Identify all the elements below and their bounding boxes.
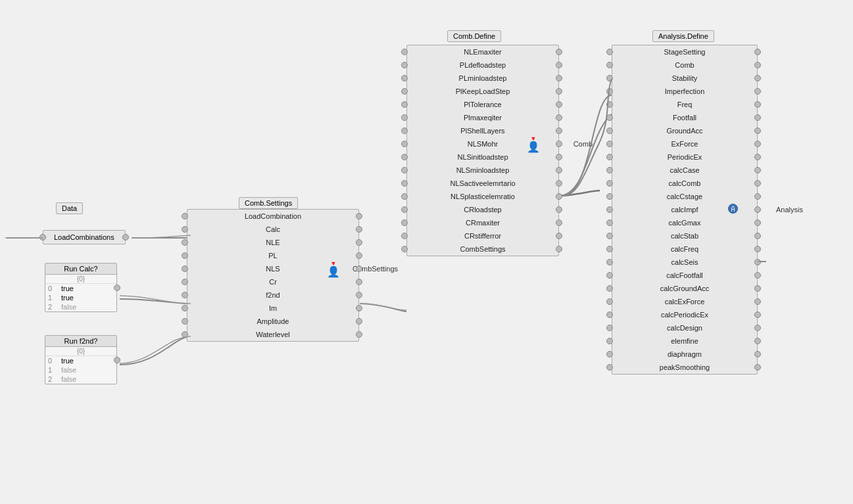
port-cs-waterlevel-right[interactable] [356, 331, 362, 338]
port-ad-calcfreq-r[interactable] [754, 246, 761, 252]
port-ad-calcseis-r[interactable] [754, 259, 761, 265]
port-cs-pl-right[interactable] [356, 252, 362, 259]
port-runcalc-right[interactable] [114, 285, 120, 291]
ad-row-calcstab: calcStab [612, 229, 757, 242]
run-calc-header: Run Calc? [45, 263, 116, 275]
cd-row-pldefloadstep: PLdefloadstep [407, 58, 558, 72]
ad-row-calcperiodicex: calcPeriodicEx [612, 308, 757, 321]
port-ad-elemfine-r[interactable] [754, 338, 761, 344]
ad-row-stability: Stability [612, 72, 757, 85]
cd-row-nlsminloadstep: NLSminloadstep [407, 164, 558, 177]
port-loadcomb-left[interactable] [39, 234, 46, 241]
port-cs-loadcomb-right[interactable] [356, 213, 362, 219]
ad-row-footfall: Footfall [612, 111, 757, 124]
port-runf2nd-right[interactable] [114, 357, 120, 363]
comb-settings-node: LoadCombination Calc NLE PL NLS ▼ 👤 Comb… [187, 209, 359, 342]
cd-row-crstifferror: CRstifferror [407, 229, 558, 242]
port-loadcomb-right[interactable] [122, 234, 129, 241]
port-ad-comb-r[interactable] [754, 62, 761, 68]
cd-row-crloadstep: CRloadstep [407, 203, 558, 216]
port-cd-nlsplastic-r[interactable] [556, 193, 562, 200]
port-cd-plkeep-r[interactable] [556, 88, 562, 95]
port-ad-peaksmoothing-r[interactable] [754, 364, 761, 371]
calcimpf-icon: 🅐 [728, 204, 739, 215]
ad-row-calccase: calcCase [612, 164, 757, 177]
port-ad-calcdesign-r[interactable] [754, 325, 761, 331]
cs-row-amplitude: Amplitude [187, 315, 358, 328]
analysis-define-title: Analysis.Define [652, 30, 714, 42]
port-ad-calcgmax-r[interactable] [754, 219, 761, 226]
port-ad-freq-r[interactable] [754, 101, 761, 108]
ad-row-diaphragm: diaphragm [612, 348, 757, 361]
port-ad-stability-r[interactable] [754, 75, 761, 81]
port-cs-cr-right[interactable] [356, 279, 362, 285]
port-cd-nlsmohr-r[interactable] [556, 141, 562, 147]
cs-row-nle: NLE [187, 236, 358, 249]
port-ad-calccase-r[interactable] [754, 167, 761, 173]
ad-row-calcimpf: calcImpf 🅐 Analysis [612, 203, 757, 216]
port-ad-groundacc-r[interactable] [754, 127, 761, 134]
run-calc-row-1: 1true [45, 293, 116, 302]
port-cd-pldefloadstep-r[interactable] [556, 62, 562, 68]
port-cd-plshelllayers-r[interactable] [556, 127, 562, 134]
port-ad-calcfootfall-r[interactable] [754, 272, 761, 279]
cd-row-nlmaxiter: NLEmaxiter [407, 45, 558, 58]
port-ad-calccomb-r[interactable] [754, 180, 761, 187]
port-ad-calcgroundacc-r[interactable] [754, 285, 761, 292]
port-ad-diaphragm-r[interactable] [754, 351, 761, 357]
cd-row-crmaxiter: CRmaxiter [407, 216, 558, 229]
port-cd-plmaxeqiter-r[interactable] [556, 114, 562, 121]
ad-row-calcdesign: calcDesign [612, 321, 757, 334]
cd-row-nlsinitloadstep: NLSinitloadstep [407, 150, 558, 164]
run-f2nd-node: Run f2nd? {0} 0true 1false 2false [45, 335, 117, 384]
port-cs-calc-right[interactable] [356, 226, 362, 233]
ad-row-calcfootfall: calcFootfall [612, 269, 757, 282]
port-cd-pltolerance-r[interactable] [556, 101, 562, 108]
port-ad-imperfection-r[interactable] [754, 88, 761, 95]
cs-row-calc: Calc [187, 223, 358, 236]
cd-row-plmaxeqiter: Plmaxeqiter [407, 111, 558, 124]
port-cd-nlsinit-r[interactable] [556, 154, 562, 160]
port-ad-periodicex-r[interactable] [754, 154, 761, 160]
ad-row-calcfreq: calcFreq [612, 242, 757, 256]
port-cd-combsettings-r[interactable] [556, 246, 562, 252]
cs-row-nls: NLS ▼ 👤 CombSettings [187, 262, 358, 275]
ad-row-comb: Comb [612, 58, 757, 72]
run-f2nd-row-0: 0true [45, 356, 116, 365]
cd-row-plminloadstep: PLminloadstep [407, 72, 558, 85]
port-cd-plminloadstep-r[interactable] [556, 75, 562, 81]
port-ad-exforce-r[interactable] [754, 141, 761, 147]
port-cd-nlsactive-r[interactable] [556, 180, 562, 187]
cd-row-combsettings: CombSettings [407, 242, 558, 256]
cd-row-plkeeploadstep: PlKeepLoadStep [407, 85, 558, 98]
port-cs-f2nd-right[interactable] [356, 292, 362, 298]
port-cd-crloadstep-r[interactable] [556, 206, 562, 213]
run-calc-node: Run Calc? {0} 0true 1true 2false [45, 263, 117, 312]
port-ad-calccstage-r[interactable] [754, 193, 761, 200]
port-cs-amplitude-right[interactable] [356, 318, 362, 325]
port-cd-crmaxiter-r[interactable] [556, 219, 562, 226]
port-ad-calcperiodicex-r[interactable] [754, 311, 761, 318]
port-ad-calcexforce-r[interactable] [754, 298, 761, 305]
comb-settings-title: Comb.Settings [239, 197, 298, 209]
port-ad-stagesetting-r[interactable] [754, 49, 761, 55]
port-cd-nlmaxiter-r[interactable] [556, 49, 562, 55]
ad-row-elemfine: elemfine [612, 334, 757, 348]
ad-row-stagesetting: StageSetting [612, 45, 757, 58]
ad-row-calcgmax: calcGmax [612, 216, 757, 229]
ad-row-calcseis: calcSeis [612, 256, 757, 269]
port-cs-nls-right[interactable] [356, 265, 362, 272]
run-f2nd-header: Run f2nd? [45, 336, 116, 347]
comb-label-nlsmohr: Comb [573, 140, 593, 148]
port-cs-nle-right[interactable] [356, 239, 362, 246]
cs-row-im: Im [187, 302, 358, 315]
cd-row-nlsactiveelem: NLSactiveelemrtario [407, 177, 558, 190]
port-cs-im-right[interactable] [356, 305, 362, 311]
ad-row-freq: Freq [612, 98, 757, 111]
port-ad-footfall-r[interactable] [754, 114, 761, 121]
port-ad-calcstab-r[interactable] [754, 233, 761, 239]
ad-row-peaksmoothing: peakSmoothing [612, 361, 757, 374]
port-cd-nlsmin-r[interactable] [556, 167, 562, 173]
port-ad-calcimpf-r[interactable] [754, 206, 761, 213]
port-cd-crstifferror-r[interactable] [556, 233, 562, 239]
